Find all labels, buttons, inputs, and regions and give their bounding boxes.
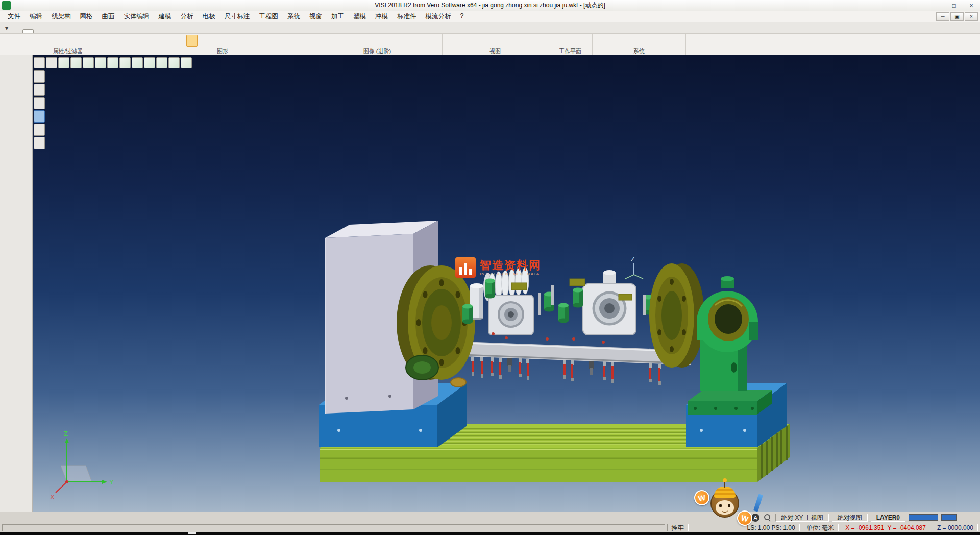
workplane-axis-icon[interactable] [565, 35, 576, 47]
render-icon[interactable] [670, 35, 681, 47]
tab[interactable] [77, 29, 88, 33]
tab[interactable] [22, 29, 34, 33]
wireframe-cylinder-icon[interactable] [137, 35, 149, 47]
section-cylinder-icon[interactable] [223, 35, 234, 47]
ghost-cylinder-icon[interactable] [211, 35, 222, 47]
tab[interactable] [110, 29, 121, 33]
view-iso-ne-icon[interactable] [144, 57, 155, 68]
tab[interactable] [43, 29, 54, 33]
redo-icon[interactable] [70, 1, 79, 10]
gear-tool-icon[interactable] [17, 108, 30, 119]
viewport-3d[interactable]: Z Z Y X [33, 55, 980, 512]
plot-icon[interactable] [51, 1, 59, 10]
user-tool-icon[interactable] [2, 159, 14, 170]
views-icon[interactable] [99, 1, 108, 10]
palette-tool-icon[interactable] [2, 172, 14, 183]
tailstock-flange[interactable] [649, 263, 704, 368]
menu-item[interactable]: 编辑 [25, 11, 47, 22]
attribute-copy-icon[interactable] [19, 35, 31, 47]
background-icon[interactable] [414, 35, 426, 47]
advanced-wire-icon[interactable] [329, 35, 340, 47]
tab[interactable] [65, 29, 77, 33]
menu-item[interactable]: 模流分析 [421, 11, 456, 22]
rotary-flange[interactable] [397, 265, 475, 387]
copy-tool-icon[interactable] [17, 159, 30, 170]
book-tool-icon[interactable] [17, 120, 30, 132]
hidden-line-cylinder-icon[interactable] [150, 35, 161, 47]
new-document-icon[interactable] [12, 1, 20, 10]
view-bottom-icon[interactable] [132, 57, 143, 68]
filter-solid-icon[interactable] [44, 35, 55, 47]
layer-color-swatch[interactable] [909, 514, 938, 521]
close-button[interactable]: × [963, 0, 980, 11]
view-top-icon[interactable] [119, 57, 131, 68]
solids-tool-icon[interactable] [2, 108, 14, 119]
menu-item[interactable]: 网格 [76, 11, 97, 22]
delete-icon[interactable] [80, 1, 88, 10]
options-icon[interactable] [633, 35, 645, 47]
layer-manager-icon[interactable] [93, 35, 104, 47]
tab[interactable] [54, 29, 65, 33]
sketch-tool-icon[interactable] [17, 82, 30, 93]
maximize-button[interactable]: □ [945, 0, 963, 11]
tab[interactable] [11, 29, 22, 33]
attribute-paint-icon[interactable] [7, 35, 18, 47]
filter-add-icon[interactable] [68, 35, 80, 47]
absolute-view-field[interactable]: 绝对视图 [832, 514, 868, 522]
shaded-edges-cylinder-icon[interactable] [174, 35, 185, 47]
selection-mask-icon[interactable] [105, 35, 116, 47]
menu-item[interactable]: 塑模 [349, 11, 371, 22]
menu-item[interactable]: 冲模 [371, 11, 393, 22]
shadow-icon[interactable] [402, 35, 413, 47]
refresh-view-icon[interactable] [532, 35, 544, 47]
menu-item[interactable]: 系统 [283, 11, 305, 22]
zebra-analysis-icon[interactable] [390, 35, 401, 47]
capture-icon[interactable] [427, 35, 438, 47]
view-iso-nw-icon[interactable] [156, 57, 167, 68]
grid-tool-icon[interactable] [2, 146, 14, 157]
menu-item[interactable]: 建模 [154, 11, 176, 22]
perspective-icon[interactable] [520, 35, 531, 47]
two-tool-icon[interactable] [2, 133, 14, 144]
menu-item[interactable]: 加工 [327, 11, 349, 22]
view-front-icon[interactable] [70, 57, 82, 68]
calculator-icon[interactable] [658, 35, 669, 47]
display-hidden-icon[interactable] [34, 110, 45, 123]
target-tool-icon[interactable] [17, 133, 30, 144]
zoom-window-icon[interactable] [471, 35, 482, 47]
render-settings-icon[interactable] [297, 35, 308, 47]
viewbar-window-icon[interactable] [46, 57, 57, 68]
filter-hatch-icon[interactable] [32, 35, 43, 47]
curvature-analysis-icon[interactable] [378, 35, 389, 47]
display-solid-icon[interactable] [34, 70, 45, 83]
material-box-green-icon[interactable] [260, 35, 271, 47]
zoom-fit-icon[interactable] [483, 35, 495, 47]
menu-item[interactable]: 尺寸标注 [220, 11, 255, 22]
display-shaded-icon[interactable] [34, 97, 45, 109]
active-layer-field[interactable]: LAYER0 [871, 514, 905, 522]
menu-item[interactable]: 线架构 [47, 11, 76, 22]
mdi-restore-button[interactable]: ▣ [950, 12, 964, 21]
highlight-edges-icon[interactable] [341, 35, 352, 47]
pan-view-icon[interactable] [459, 35, 470, 47]
visi-logo-icon[interactable] [2, 1, 11, 10]
view-iso-icon[interactable] [58, 57, 69, 68]
move-tool-icon[interactable] [2, 82, 14, 93]
grid-icon[interactable] [646, 35, 657, 47]
menu-item[interactable]: 电极 [198, 11, 220, 22]
save-icon[interactable] [31, 1, 40, 10]
workplane-clock-icon[interactable] [552, 35, 564, 47]
display-mode-icon[interactable] [609, 35, 620, 47]
mdi-minimize-button[interactable]: ─ [936, 12, 949, 21]
filter-remove-icon[interactable] [81, 35, 92, 47]
shaded-cylinder-icon[interactable] [162, 35, 173, 47]
texture-grid-icon[interactable] [284, 35, 296, 47]
view-iso-sw-icon[interactable] [181, 57, 192, 68]
doc-tool-icon[interactable] [17, 172, 30, 183]
workplane-align-icon[interactable] [577, 35, 588, 47]
menu-item[interactable]: 标准件 [393, 11, 421, 22]
display-transparent-icon[interactable] [34, 124, 45, 136]
display-wireframe-icon[interactable] [34, 84, 45, 96]
open-file-icon[interactable] [21, 1, 30, 10]
print-icon[interactable] [41, 1, 50, 10]
